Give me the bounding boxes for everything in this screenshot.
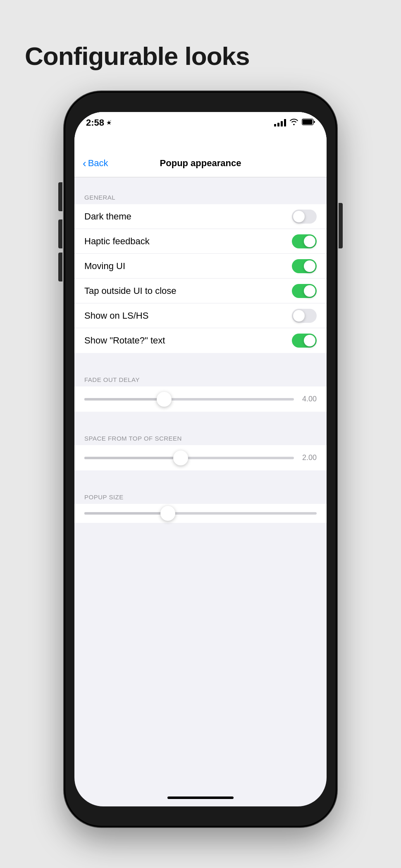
dark-theme-toggle[interactable]: [292, 210, 317, 224]
space-slider-value: 2.00: [298, 453, 317, 462]
fade-slider-row: 4.00: [74, 386, 327, 412]
dark-theme-row: Dark theme: [74, 204, 327, 229]
moving-ui-toggle[interactable]: [292, 259, 317, 273]
popup-slider-row: [74, 504, 327, 523]
space-slider[interactable]: [84, 457, 294, 459]
svg-rect-1: [303, 119, 313, 124]
haptic-feedback-toggle[interactable]: [292, 234, 317, 248]
battery-icon: [302, 119, 315, 127]
content-area: GENERAL Dark theme Haptic feedback: [74, 177, 327, 539]
status-time: 2:58: [86, 117, 112, 128]
signal-icon: [274, 119, 286, 126]
home-indicator: [167, 796, 234, 799]
back-chevron-icon: ‹: [83, 158, 86, 169]
wifi-icon: [289, 119, 298, 127]
space-section-header: SPACE FROM TOP OF SCREEN: [74, 427, 327, 445]
show-rotate-toggle[interactable]: [292, 334, 317, 348]
dark-theme-label: Dark theme: [84, 211, 131, 222]
fade-slider[interactable]: [84, 398, 294, 401]
page-title: Configurable looks: [25, 41, 249, 71]
nav-bar: ‹ Back Popup appearance: [74, 149, 327, 177]
tap-outside-row: Tap outside UI to close: [74, 279, 327, 303]
haptic-feedback-row: Haptic feedback: [74, 229, 327, 254]
space-slider-row: 2.00: [74, 445, 327, 470]
general-section-header: GENERAL: [74, 186, 327, 204]
fade-section-header: FADE OUT DELAY: [74, 368, 327, 386]
back-label: Back: [88, 158, 108, 169]
show-rotate-row: Show "Rotate?" text: [74, 328, 327, 353]
popup-slider[interactable]: [84, 512, 317, 515]
status-icons: [274, 119, 315, 127]
moving-ui-label: Moving UI: [84, 261, 125, 272]
phone-frame: 2:58: [64, 91, 337, 827]
popup-section-header: POPUP SIZE: [74, 485, 327, 504]
tap-outside-toggle[interactable]: [292, 284, 317, 298]
show-rotate-label: Show "Rotate?" text: [84, 335, 165, 346]
fade-slider-value: 4.00: [298, 395, 317, 403]
haptic-feedback-label: Haptic feedback: [84, 236, 150, 247]
back-button[interactable]: ‹ Back: [83, 158, 108, 169]
show-ls-hs-toggle[interactable]: [292, 309, 317, 323]
general-settings-group: Dark theme Haptic feedback Moving UI: [74, 204, 327, 353]
show-ls-hs-row: Show on LS/HS: [74, 303, 327, 328]
moving-ui-row: Moving UI: [74, 254, 327, 279]
nav-title: Popup appearance: [160, 158, 241, 169]
show-ls-hs-label: Show on LS/HS: [84, 310, 148, 321]
tap-outside-label: Tap outside UI to close: [84, 286, 177, 296]
